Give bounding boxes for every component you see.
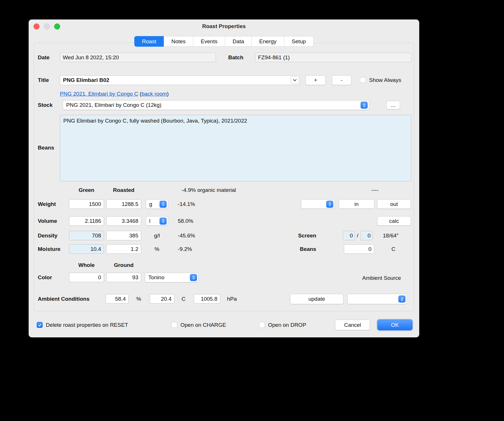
density-green-field[interactable] bbox=[69, 231, 104, 240]
tab-roast[interactable]: Roast bbox=[134, 36, 164, 47]
screen-slash: / bbox=[357, 231, 358, 240]
color-meter-select[interactable]: Tonino bbox=[145, 273, 198, 282]
ambient-source-select[interactable] bbox=[347, 294, 407, 304]
moisture-percent: -9.2% bbox=[178, 244, 192, 254]
color-meter-value: Tonino bbox=[148, 274, 164, 281]
screen-min-field[interactable] bbox=[343, 231, 355, 240]
whole-header: Whole bbox=[69, 262, 104, 268]
paren-close: ) bbox=[167, 91, 169, 97]
show-always-label: Show Always bbox=[369, 75, 401, 85]
density-unit: g/l bbox=[146, 231, 168, 240]
roast-tab-panel: Date Batch Title PNG Elimbari B02 + - Sh… bbox=[34, 43, 414, 311]
batch-label: Batch bbox=[228, 53, 243, 62]
density-roasted-field[interactable] bbox=[106, 231, 141, 240]
stock-links: PNG 2021, Elimbari by Congo C (back room… bbox=[60, 91, 169, 97]
zoom-window-icon[interactable] bbox=[54, 23, 60, 29]
moisture-unit: % bbox=[146, 244, 168, 254]
weight-percent: -14.1% bbox=[178, 199, 195, 209]
tab-energy[interactable]: Energy bbox=[252, 36, 284, 47]
density-label: Density bbox=[38, 231, 58, 240]
organic-loss-text: -4.9% organic material bbox=[182, 187, 236, 193]
tab-data[interactable]: Data bbox=[225, 36, 252, 47]
weight-source-select[interactable] bbox=[301, 199, 335, 209]
open-drop-checkbox[interactable] bbox=[259, 322, 265, 328]
weight-green-field[interactable] bbox=[69, 199, 104, 209]
stepper-icon bbox=[160, 200, 167, 208]
chevron-down-icon[interactable] bbox=[291, 76, 299, 84]
tab-events[interactable]: Events bbox=[193, 36, 225, 47]
stepper-icon bbox=[361, 102, 368, 109]
dashes-text: ---- bbox=[361, 187, 389, 193]
delete-reset-checkbox[interactable] bbox=[37, 322, 43, 328]
stepper-icon bbox=[398, 296, 405, 303]
beans-label: Beans bbox=[38, 145, 54, 151]
volume-unit-select[interactable]: l bbox=[146, 216, 168, 226]
tab-notes[interactable]: Notes bbox=[164, 36, 193, 47]
weight-unit-value: g bbox=[149, 201, 152, 207]
volume-label: Volume bbox=[38, 216, 57, 226]
minimize-window-icon bbox=[44, 23, 50, 29]
batch-field[interactable] bbox=[255, 53, 412, 62]
weight-in-button[interactable]: in bbox=[339, 199, 374, 209]
beans-temp-unit: C bbox=[391, 244, 395, 254]
beans-temp-label: Beans bbox=[300, 244, 316, 254]
pressure-field[interactable] bbox=[194, 294, 220, 304]
open-drop-label: Open on DROP bbox=[268, 322, 306, 328]
open-charge-label: Open on CHARGE bbox=[180, 322, 226, 328]
date-label: Date bbox=[38, 53, 50, 62]
weight-out-button[interactable]: out bbox=[377, 199, 411, 209]
open-charge-checkbox[interactable] bbox=[171, 322, 177, 328]
roasted-header: Roasted bbox=[106, 187, 141, 193]
humidity-field[interactable] bbox=[106, 294, 129, 304]
coffee-link[interactable]: PNG 2021, Elimbari by Congo C bbox=[60, 91, 138, 97]
moisture-green-field[interactable] bbox=[69, 244, 104, 254]
stock-select[interactable]: PNG 2021, Elimbari by Congo C (12kg) bbox=[63, 100, 369, 110]
volume-unit-value: l bbox=[149, 218, 150, 224]
screen-max-field[interactable] bbox=[361, 231, 373, 240]
weight-unit-select[interactable]: g bbox=[146, 199, 168, 209]
beans-textarea[interactable]: PNG Elimbari by Congo C, fully washed (B… bbox=[60, 115, 411, 181]
color-whole-field[interactable] bbox=[69, 273, 104, 282]
cancel-button[interactable]: Cancel bbox=[335, 320, 370, 330]
title-combobox[interactable]: PNG Elimbari B02 bbox=[60, 75, 300, 85]
tab-bar: Roast Notes Events Data Energy Setup bbox=[29, 36, 419, 47]
date-field[interactable] bbox=[60, 53, 216, 62]
remove-title-button[interactable]: - bbox=[332, 75, 351, 85]
volume-calc-button[interactable]: calc bbox=[377, 216, 411, 226]
stock-value: PNG 2021, Elimbari by Congo C (12kg) bbox=[66, 102, 162, 108]
pressure-unit: hPa bbox=[227, 294, 237, 304]
ground-header: Ground bbox=[106, 262, 141, 268]
title-bar: Roast Properties bbox=[29, 19, 419, 33]
ambient-update-button[interactable]: update bbox=[290, 294, 343, 304]
moisture-label: Moisture bbox=[38, 244, 60, 254]
volume-percent: 58.0% bbox=[178, 216, 193, 226]
stepper-icon bbox=[160, 217, 167, 225]
density-percent: -45.6% bbox=[178, 231, 195, 240]
title-value: PNG Elimbari B02 bbox=[63, 77, 109, 83]
delete-reset-label: Delete roast properties on RESET bbox=[46, 322, 128, 328]
humidity-unit: % bbox=[136, 294, 141, 304]
stock-more-button[interactable]: ... bbox=[386, 101, 400, 109]
beans-temp-field[interactable] bbox=[344, 244, 374, 254]
moisture-roasted-field[interactable] bbox=[106, 244, 141, 254]
stock-label: Stock bbox=[38, 100, 53, 110]
screen-label: Screen bbox=[298, 231, 316, 240]
ambient-source-label: Ambient Source bbox=[362, 275, 401, 281]
ambient-conditions-label: Ambient Conditions bbox=[38, 294, 89, 304]
color-ground-field[interactable] bbox=[106, 273, 141, 282]
window-title: Roast Properties bbox=[29, 19, 419, 33]
roast-properties-window: Roast Properties Roast Notes Events Data… bbox=[29, 19, 419, 337]
add-title-button[interactable]: + bbox=[306, 75, 326, 85]
location-link[interactable]: back room bbox=[141, 91, 167, 97]
show-always-checkbox[interactable] bbox=[360, 77, 366, 83]
close-window-icon[interactable] bbox=[34, 23, 40, 29]
tab-setup[interactable]: Setup bbox=[284, 36, 314, 47]
weight-roasted-field[interactable] bbox=[106, 199, 141, 209]
temperature-field[interactable] bbox=[150, 294, 174, 304]
volume-roasted-field[interactable] bbox=[106, 216, 141, 226]
ok-button[interactable]: OK bbox=[377, 320, 412, 330]
volume-green-field[interactable] bbox=[69, 216, 104, 226]
temperature-unit: C bbox=[182, 294, 186, 304]
color-label: Color bbox=[38, 273, 52, 282]
screen-size-text: 18/64″ bbox=[383, 231, 398, 240]
